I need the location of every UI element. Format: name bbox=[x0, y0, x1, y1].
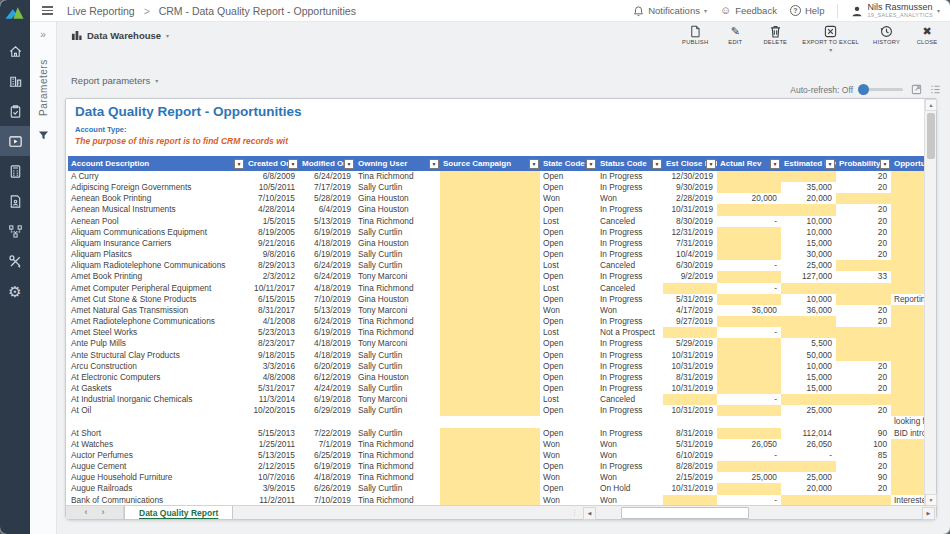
grid-cell bbox=[717, 171, 781, 182]
breadcrumb-section[interactable]: Live Reporting bbox=[67, 5, 135, 17]
report-parameters-dropdown[interactable]: Report parameters ▾ bbox=[71, 75, 158, 86]
help-button[interactable]: ? Help bbox=[790, 5, 825, 16]
grid-cell bbox=[717, 204, 781, 215]
grid-cell: 11/3/2014 bbox=[245, 394, 299, 405]
grid-cell: In Progress bbox=[597, 238, 663, 249]
filter-dropdown-icon[interactable]: ▼ bbox=[770, 159, 780, 169]
column-header: Owning User▼ bbox=[355, 156, 440, 171]
grid-cell: - bbox=[717, 216, 781, 227]
edit-icon: ✎ bbox=[731, 25, 740, 38]
grid-cell: 20 bbox=[836, 316, 891, 327]
grid-cell: 4/18/2019 bbox=[299, 238, 355, 249]
grid-cell bbox=[663, 394, 717, 405]
next-sheet-icon[interactable]: › bbox=[102, 508, 105, 517]
grid-cell: 112,014 bbox=[781, 428, 836, 439]
sidebar-item-tasks[interactable] bbox=[0, 96, 30, 126]
filter-dropdown-icon[interactable]: ▼ bbox=[288, 159, 298, 169]
chevron-down-icon: ▾ bbox=[155, 77, 158, 84]
sidebar-item-reports[interactable] bbox=[0, 126, 30, 156]
grid-cell: Augue Household Furniture bbox=[68, 472, 245, 483]
filter-dropdown-icon[interactable]: ▼ bbox=[825, 159, 835, 169]
table-row: Auctor Perfumes5/13/20156/25/2019Tina Ri… bbox=[68, 450, 925, 461]
sidebar-item-tools[interactable] bbox=[0, 246, 30, 276]
filter-dropdown-icon[interactable]: ▼ bbox=[344, 159, 354, 169]
filter-dropdown-icon[interactable]: ▼ bbox=[429, 159, 439, 169]
scroll-right-icon[interactable]: ▶ bbox=[922, 507, 935, 520]
grid-cell: 2/28/2019 bbox=[663, 193, 717, 204]
vertical-scrollbar-thumb[interactable] bbox=[927, 113, 935, 159]
scroll-left-icon[interactable]: ◀ bbox=[583, 507, 596, 520]
grid-cell bbox=[440, 260, 540, 271]
grid-cell bbox=[68, 416, 245, 427]
grid-cell bbox=[891, 216, 925, 227]
grid-cell: Interested bbox=[891, 495, 925, 506]
grid-cell: 5/31/2017 bbox=[245, 383, 299, 394]
table-row: At Industrial Inorganic Chemicals11/3/20… bbox=[68, 394, 925, 405]
data-source-label: Data Warehouse bbox=[87, 30, 161, 41]
filter-dropdown-icon[interactable]: ▼ bbox=[880, 159, 890, 169]
table-row: Amet Steel Works5/23/20136/19/2019Tina R… bbox=[68, 327, 925, 338]
table-row: Augue Cement2/12/20156/19/2019Tina Richm… bbox=[68, 461, 925, 472]
filter-dropdown-icon[interactable]: ▼ bbox=[652, 159, 662, 169]
previous-sheet-icon[interactable]: ‹ bbox=[85, 508, 88, 517]
grid-cell: In Progress bbox=[597, 428, 663, 439]
grid-cell: In Progress bbox=[597, 338, 663, 349]
grid-cell: 20,000 bbox=[781, 483, 836, 494]
export-to-excel-button[interactable]: EXPORT TO EXCEL ▾ bbox=[802, 25, 859, 53]
chevron-down-icon: ▾ bbox=[166, 32, 169, 39]
grid-cell: Sally Curtlin bbox=[355, 249, 440, 260]
vertical-scrollbar[interactable]: ▲ ▼ bbox=[924, 99, 936, 506]
grid-cell bbox=[440, 361, 540, 372]
grid-cell: 4/18/2019 bbox=[299, 338, 355, 349]
filter-dropdown-icon[interactable]: ▼ bbox=[529, 159, 539, 169]
feedback-button[interactable]: ☺ Feedback bbox=[720, 5, 777, 16]
smiley-icon: ☺ bbox=[720, 5, 731, 16]
filter-dropdown-icon[interactable]: ▼ bbox=[706, 159, 716, 169]
grid-cell: Adipiscing Foreign Governments bbox=[68, 182, 245, 193]
scroll-up-icon[interactable]: ▲ bbox=[925, 99, 937, 111]
filter-dropdown-icon[interactable]: ▼ bbox=[586, 159, 596, 169]
chevron-down-icon: ▾ bbox=[937, 7, 940, 14]
sidebar-item-user-documents[interactable] bbox=[0, 186, 30, 216]
table-row: At Watches1/25/20117/1/2019Tina Richmond… bbox=[68, 439, 925, 450]
popout-icon[interactable] bbox=[911, 84, 922, 95]
edit-button[interactable]: ✎ EDIT bbox=[722, 25, 748, 53]
grid-cell: 10/5/2011 bbox=[245, 182, 299, 193]
sidebar-item-workflow[interactable] bbox=[0, 216, 30, 246]
parameters-panel-collapsed[interactable]: » Parameters bbox=[30, 22, 57, 534]
data-source-selector[interactable]: Data Warehouse ▾ bbox=[71, 30, 169, 41]
grid-cell: 6/8/2009 bbox=[245, 171, 299, 182]
sidebar-item-companies[interactable] bbox=[0, 66, 30, 96]
filter-dropdown-icon[interactable]: ▼ bbox=[234, 159, 244, 169]
expand-panel-icon[interactable]: » bbox=[40, 29, 46, 40]
sidebar-item-budgeting[interactable] bbox=[0, 156, 30, 186]
grid-cell bbox=[891, 383, 925, 394]
auto-refresh-slider[interactable] bbox=[861, 88, 903, 91]
sidebar-item-settings[interactable]: ⚙ bbox=[0, 276, 30, 306]
sidebar-item-home[interactable] bbox=[0, 36, 30, 66]
grid-cell: 20 bbox=[836, 182, 891, 193]
table-row: A Curry6/8/20096/24/2019Tina RichmondOpe… bbox=[68, 171, 925, 182]
table-row: Aliquam Communications Equipment8/19/200… bbox=[68, 227, 925, 238]
slider-knob[interactable] bbox=[858, 84, 869, 95]
sheet-tab-active[interactable]: Data Quality Report bbox=[124, 506, 233, 519]
notifications-button[interactable]: Notifications ▾ bbox=[633, 5, 707, 17]
grid-cell: 5/13/2015 bbox=[245, 450, 299, 461]
grid-cell: At Watches bbox=[68, 439, 245, 450]
grid-cell: Open bbox=[540, 227, 597, 238]
close-button[interactable]: ✖ CLOSE bbox=[914, 25, 940, 53]
user-menu[interactable]: Nils Rasmussen 19_SALES_ANALYTICS ▾ bbox=[851, 3, 940, 19]
grid-cell: In Progress bbox=[597, 361, 663, 372]
horizontal-scrollbar-thumb[interactable] bbox=[621, 507, 749, 519]
chevron-down-icon[interactable]: ▾ bbox=[829, 46, 832, 53]
hamburger-menu-icon[interactable] bbox=[42, 6, 53, 14]
user-name: Nils Rasmussen bbox=[867, 3, 933, 13]
delete-button[interactable]: DELETE bbox=[762, 25, 788, 53]
publish-button[interactable]: PUBLISH bbox=[682, 25, 708, 53]
scrollbar-resize-handle[interactable]: ⋮ bbox=[571, 509, 578, 517]
grid-cell: In Progress bbox=[597, 271, 663, 282]
list-icon[interactable] bbox=[930, 84, 941, 95]
data-grid: Account Description▼Created On▼Modified … bbox=[68, 156, 925, 506]
history-button[interactable]: HISTORY bbox=[873, 25, 900, 53]
grid-cell: Won bbox=[540, 439, 597, 450]
